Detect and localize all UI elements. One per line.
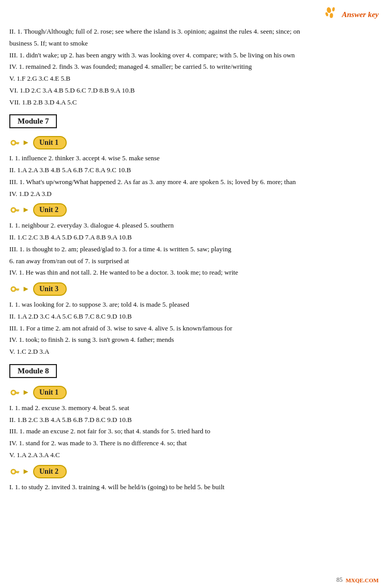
svg-point-11 (12, 209, 15, 212)
svg-rect-12 (15, 209, 19, 210)
m7u3-I: I. 1. was looking for 2. to suppose 3. a… (9, 299, 379, 311)
key-icon (9, 137, 21, 148)
module8-unit2-content: I. 1. to study 2. invited 3. training 4.… (9, 481, 379, 493)
svg-point-17 (12, 288, 15, 291)
svg-point-0 (326, 7, 332, 13)
svg-point-2 (325, 12, 329, 17)
answer-key-label: Answer key (342, 10, 379, 19)
line-II-cont: business 5. If; want to smoke (9, 38, 379, 50)
answer-key-icon-area (322, 5, 339, 24)
line-II: II. 1. Though/Although; full of 2. rose;… (9, 26, 379, 38)
unit3-badge: Unit 3 (9, 282, 379, 296)
svg-rect-20 (16, 290, 17, 290)
module8-label: Module 8 (9, 364, 57, 378)
unit1-label: Unit 1 (33, 136, 67, 149)
svg-rect-13 (18, 210, 19, 212)
m7u2-I: I. 1. neighbour 2. everyday 3. dialogue … (9, 220, 379, 232)
m8u1-II: II. 1.B 2.C 3.B 4.A 5.B 6.B 7.D 8.C 9.D … (9, 414, 379, 426)
svg-rect-7 (18, 143, 19, 144)
m7u2-IV: IV. 1. He was thin and not tall. 2. He w… (9, 267, 379, 279)
m8u1-V: V. 1.A 2.A 3.A 4.C (9, 449, 379, 461)
page-number: 85 (336, 576, 342, 584)
svg-point-29 (12, 470, 15, 473)
arrow-right-icon-2 (22, 205, 31, 215)
module7-label: Module 7 (9, 114, 57, 128)
m8-unit2-label: Unit 2 (33, 465, 67, 478)
svg-rect-14 (16, 210, 17, 211)
svg-marker-27 (24, 390, 28, 395)
m7u1-III: III. 1. What's up/wrong/What happened 2.… (9, 176, 379, 188)
svg-marker-33 (24, 469, 28, 474)
m7u2-II: II. 1.C 2.C 3.B 4.A 5.D 6.D 7.A 8.B 9.A … (9, 232, 379, 244)
line-IV: IV. 1. remained 2. finds 3. was founded;… (9, 61, 379, 73)
svg-rect-32 (16, 472, 17, 473)
m7u2-III-2: 6. ran away from/ran out of 7. is surpri… (9, 255, 379, 267)
page-footer: 85 MXQE.COM (336, 576, 379, 584)
key-icon-2 (9, 204, 21, 216)
arrow-right-icon-m8u1 (22, 388, 31, 397)
unit1-badge: Unit 1 (9, 136, 379, 149)
svg-rect-25 (18, 393, 19, 394)
footer-logo: MXQE.COM (346, 577, 379, 583)
svg-marker-9 (24, 141, 28, 145)
key-icon-3 (9, 283, 21, 295)
arrow-right-icon-3 (22, 284, 31, 294)
svg-rect-31 (18, 472, 19, 473)
module7-unit1-content: I. 1. influence 2. thinker 3. accept 4. … (9, 153, 379, 200)
svg-point-1 (332, 7, 335, 12)
line-V: V. 1.F 2.G 3.C 4.E 5.B (9, 73, 379, 85)
answer-key-header: Answer key (9, 5, 379, 24)
key-icon-m8u2 (9, 466, 21, 477)
m7u3-IV: IV. 1. took; to finish 2. is sung 3. isn… (9, 334, 379, 346)
svg-rect-19 (18, 290, 19, 291)
svg-rect-30 (15, 471, 19, 472)
m8-unit1-label: Unit 1 (33, 386, 67, 399)
line-III: III. 1. didn't wake; up 2. has been angr… (9, 50, 379, 62)
m7u3-V: V. 1.C 2.D 3.A (9, 346, 379, 358)
module8-box: Module 8 (9, 359, 379, 382)
svg-marker-15 (24, 208, 28, 213)
arrow-right-icon (22, 138, 31, 147)
m8u1-IV: IV. 1. stand for 2. was made to 3. There… (9, 438, 379, 449)
svg-point-23 (12, 391, 15, 394)
m8u1-I: I. 1. mad 2. excuse 3. memory 4. beat 5.… (9, 402, 379, 414)
arrow-right-icon-m8u2 (22, 467, 31, 476)
module7-unit3-content: I. 1. was looking for 2. to suppose 3. a… (9, 299, 379, 358)
answer-key-icon (322, 5, 339, 22)
module7-box: Module 7 (9, 109, 379, 132)
svg-rect-24 (15, 392, 19, 393)
m7u1-II: II. 1.A 2.A 3.B 4.B 5.A 6.B 7.C 8.A 9.C … (9, 164, 379, 176)
m8u2-I: I. 1. to study 2. invited 3. training 4.… (9, 481, 379, 493)
svg-rect-26 (16, 393, 17, 394)
m7u1-IV: IV. 1.D 2.A 3.D (9, 188, 379, 200)
unit3-label: Unit 3 (33, 282, 67, 296)
svg-point-3 (330, 13, 333, 18)
module8-unit1-content: I. 1. mad 2. excuse 3. memory 4. beat 5.… (9, 402, 379, 461)
m8-unit1-badge: Unit 1 (9, 386, 379, 399)
line-VII: VII. 1.B 2.B 3.D 4.A 5.C (9, 97, 379, 109)
m8-unit2-badge: Unit 2 (9, 465, 379, 478)
svg-rect-8 (16, 143, 17, 144)
m8u1-III: III. 1. made an excuse 2. not fair for 3… (9, 426, 379, 438)
unit2-badge: Unit 2 (9, 203, 379, 217)
m7u3-II: II. 1.A 2.D 3.C 4.A 5.C 6.B 7.C 8.C 9.D … (9, 311, 379, 323)
svg-rect-6 (15, 142, 19, 143)
svg-point-5 (12, 142, 15, 144)
line-VI: VI. 1.D 2.C 3.A 4.B 5.D 6.C 7.D 8.B 9.A … (9, 85, 379, 97)
pre-module7-section: II. 1. Though/Although; full of 2. rose;… (9, 26, 379, 108)
svg-marker-21 (24, 287, 28, 292)
m7u2-III-1: III. 1. is thought to 2. am; pleased/gla… (9, 244, 379, 255)
unit2-label: Unit 2 (33, 203, 67, 217)
svg-rect-18 (15, 289, 19, 290)
key-icon-m8u1 (9, 387, 21, 398)
m7u3-III: III. 1. For a time 2. am not afraid of 3… (9, 323, 379, 335)
m7u1-I: I. 1. influence 2. thinker 3. accept 4. … (9, 153, 379, 164)
module7-unit2-content: I. 1. neighbour 2. everyday 3. dialogue … (9, 220, 379, 279)
